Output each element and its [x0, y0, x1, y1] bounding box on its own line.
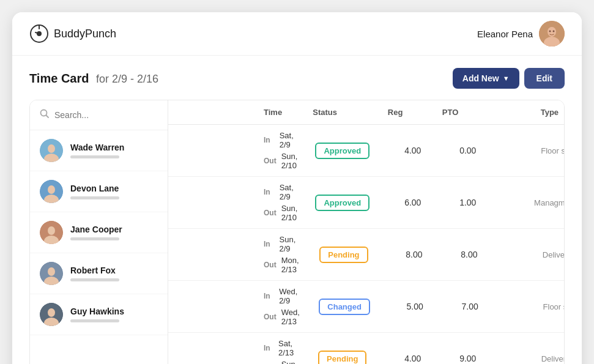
time-out-label: Out [264, 261, 277, 269]
main-content: Time Card for 2/9 - 2/16 Add New ▼ Edit [12, 56, 582, 364]
col-status: Status [282, 108, 368, 117]
person-bar [70, 155, 119, 158]
status-badge: Changed [319, 299, 370, 315]
avatar-circle [40, 180, 63, 203]
time-col: In Sat, 2/13 Out Sun, 2/13 [264, 333, 300, 364]
time-out-row: Out Sun, 2/10 [264, 152, 300, 170]
status-badge: Pending [319, 247, 368, 263]
data-rows: In Sat, 2/9 Out Sun, 2/10 Approved 4.00 … [168, 125, 564, 364]
time-out-label: Out [264, 157, 277, 165]
timecard-title-area: Time Card for 2/9 - 2/16 [29, 72, 158, 86]
person-avatar [40, 221, 63, 244]
reg-col: 4.00 [385, 354, 440, 363]
time-out-row: Out Mon, 2/13 [264, 256, 301, 274]
time-in-value: Sat, 2/9 [280, 131, 300, 149]
add-new-label: Add New [462, 73, 499, 83]
person-bar [70, 278, 119, 281]
person-info: Jane Cooper [70, 225, 122, 240]
search-input[interactable] [54, 110, 158, 120]
person-name: Wade Warren [70, 143, 124, 152]
time-in-row: In Wed, 2/9 [264, 287, 302, 305]
table-row[interactable]: In Sat, 2/9 Out Sun, 2/10 Approved 6.00 … [168, 177, 564, 229]
logo-icon [29, 24, 49, 43]
sidebar: Wade Warren Devon Lane [30, 100, 168, 364]
avatar-circle [40, 262, 63, 285]
col-reg: Reg [368, 108, 423, 117]
time-out-value: Sun, 2/10 [281, 204, 300, 222]
person-name: Robert Fox [70, 266, 119, 275]
time-in-label: In [264, 136, 275, 144]
pto-col: 1.00 [440, 198, 496, 207]
time-col: In Sat, 2/9 Out Sun, 2/10 [264, 125, 300, 176]
user-area: Eleanor Pena [477, 21, 565, 46]
pto-col: 8.00 [442, 250, 497, 259]
timecard-header: Time Card for 2/9 - 2/16 Add New ▼ Edit [29, 68, 565, 89]
svg-point-15 [48, 185, 55, 194]
time-in-value: Sun, 2/9 [280, 235, 301, 253]
svg-point-8 [553, 31, 555, 32]
status-badge: Approved [315, 143, 369, 159]
time-in-label: In [264, 240, 275, 248]
time-out-row: Out Sun, 2/13 [264, 360, 300, 364]
list-item[interactable]: Wade Warren [30, 130, 168, 171]
svg-point-18 [48, 226, 55, 235]
add-new-button[interactable]: Add New ▼ [453, 68, 519, 89]
person-bar [70, 196, 119, 199]
time-in-label: In [264, 344, 273, 352]
list-item[interactable]: Guy Hawkins [30, 294, 168, 335]
svg-point-21 [48, 267, 55, 276]
type-col: Floor staff [497, 302, 564, 311]
col-time: Time [264, 108, 282, 117]
time-out-label: Out [264, 209, 277, 217]
person-bar [70, 319, 119, 322]
col-pto: PTO [423, 108, 478, 117]
list-item[interactable]: Robert Fox [30, 253, 168, 294]
edit-label: Edit [536, 73, 552, 83]
time-col: In Wed, 2/9 Out Wed, 2/13 [264, 281, 302, 332]
reg-col: 4.00 [385, 146, 440, 155]
search-box [30, 100, 168, 130]
time-in-row: In Sat, 2/13 [264, 339, 300, 357]
time-in-row: In Sat, 2/9 [264, 183, 300, 201]
person-name: Jane Cooper [70, 225, 122, 234]
person-name: Guy Hawkins [70, 306, 124, 316]
time-in-value: Sat, 2/9 [280, 183, 300, 201]
btn-group: Add New ▼ Edit [453, 68, 565, 89]
table-row[interactable]: In Wed, 2/9 Out Wed, 2/13 Changed 5.00 7… [168, 281, 564, 333]
person-info: Wade Warren [70, 143, 124, 158]
person-bar [70, 237, 119, 240]
avatar-image [539, 21, 565, 46]
time-col: In Sun, 2/9 Out Mon, 2/13 [264, 229, 301, 280]
avatar-circle [40, 221, 63, 244]
table-row[interactable]: In Sat, 2/9 Out Sun, 2/10 Approved 4.00 … [168, 125, 564, 177]
timecard-title: Time Card for 2/9 - 2/16 [29, 72, 158, 85]
status-col: Pending [301, 247, 387, 263]
list-item[interactable]: Jane Cooper [30, 212, 168, 253]
status-badge: Approved [315, 195, 369, 211]
col-type: Type [478, 108, 563, 117]
avatar-circle [40, 139, 63, 162]
col-empty [178, 108, 264, 117]
type-col: Deliveries [497, 250, 564, 259]
chevron-down-icon: ▼ [503, 75, 510, 82]
time-out-row: Out Wed, 2/13 [264, 308, 302, 326]
edit-button[interactable]: Edit [524, 68, 565, 89]
table-row[interactable]: In Sun, 2/9 Out Mon, 2/13 Pending 8.00 8… [168, 229, 564, 281]
time-in-row: In Sat, 2/9 [264, 131, 300, 149]
person-info: Devon Lane [70, 184, 119, 199]
list-item[interactable]: Devon Lane [30, 171, 168, 212]
status-col: Approved [300, 195, 385, 211]
person-name: Devon Lane [70, 184, 119, 193]
time-out-label: Out [264, 313, 277, 321]
type-col: Deliveries [496, 354, 564, 363]
status-col: Changed [302, 299, 387, 315]
table-row[interactable]: In Sat, 2/13 Out Sun, 2/13 Pending 4.00 … [168, 333, 564, 364]
person-avatar [40, 180, 63, 203]
svg-point-24 [48, 308, 55, 317]
time-out-value: Sun, 2/13 [281, 360, 300, 364]
reg-col: 6.00 [385, 198, 440, 207]
person-avatar [40, 139, 63, 162]
user-name: Eleanor Pena [477, 29, 533, 39]
person-list: Wade Warren Devon Lane [30, 130, 168, 335]
status-badge: Pending [318, 351, 366, 365]
